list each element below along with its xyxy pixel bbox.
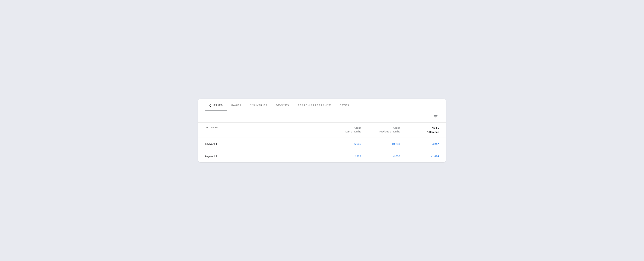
table-row: keyword 1 6,046 10,293 -4,247 — [198, 138, 446, 150]
tab-pages[interactable]: PAGES — [227, 99, 246, 111]
tab-queries[interactable]: QUERIES — [205, 99, 227, 111]
column-header-clicks-prev[interactable]: Clicks Previous 6 months — [361, 126, 400, 134]
tab-dates[interactable]: DATES — [335, 99, 354, 111]
filter-bar — [198, 111, 446, 122]
row-1-col2: 10,293 — [361, 142, 400, 145]
row-2-label: keyword 2 — [205, 155, 322, 158]
table-row: keyword 2 2,922 4,606 -1,684 — [198, 150, 446, 162]
row-1-label: keyword 1 — [205, 142, 322, 145]
data-table: Top queries Clicks Last 6 months Clicks … — [198, 122, 446, 162]
tab-search-appearance[interactable]: SEARCH APPEARANCE — [293, 99, 335, 111]
row-1-col3: -4,247 — [400, 142, 439, 145]
row-2-col1: 2,922 — [322, 155, 361, 158]
tab-countries[interactable]: COUNTRIES — [246, 99, 272, 111]
filter-line-1 — [434, 116, 438, 116]
row-2-col2: 4,606 — [361, 155, 400, 158]
column-header-clicks-last[interactable]: Clicks Last 6 months — [322, 126, 361, 134]
col1-line1: Clicks — [354, 126, 361, 129]
row-2-col3: -1,684 — [400, 155, 439, 158]
col2-line1: Clicks — [394, 126, 400, 129]
row-1-col1: 6,046 — [322, 142, 361, 145]
filter-line-2 — [434, 116, 437, 117]
col3-line2: Difference — [427, 131, 439, 134]
col3-line1: Clicks — [432, 127, 439, 130]
sort-arrow-icon: ↑ — [430, 126, 431, 130]
tab-devices[interactable]: DEVICES — [272, 99, 293, 111]
main-card: QUERIES PAGES COUNTRIES DEVICES SEARCH A… — [198, 99, 446, 162]
tab-navigation: QUERIES PAGES COUNTRIES DEVICES SEARCH A… — [198, 99, 446, 111]
filter-button[interactable] — [432, 114, 439, 119]
table-header: Top queries Clicks Last 6 months Clicks … — [198, 122, 446, 138]
column-label-queries: Top queries — [205, 126, 322, 134]
col2-line2: Previous 6 months — [380, 130, 400, 133]
col1-line2: Last 6 months — [346, 130, 361, 133]
filter-line-3 — [435, 118, 436, 118]
column-header-difference[interactable]: ↑Clicks Difference — [400, 126, 439, 134]
